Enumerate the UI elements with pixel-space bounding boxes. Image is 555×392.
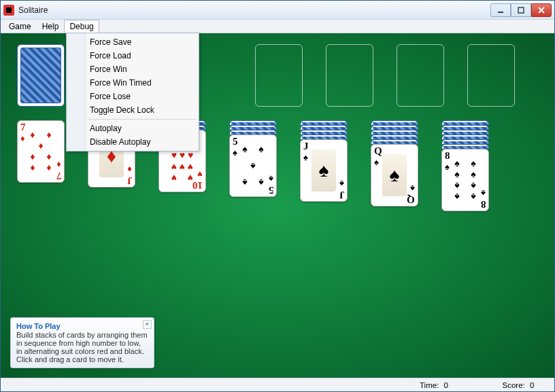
tableau-pile-7[interactable]: 8♠8♠: [441, 120, 489, 211]
tableau-pile-1[interactable]: 7♦7♦: [17, 120, 65, 183]
window-buttons: [490, 3, 552, 17]
hidden-card: [371, 139, 418, 144]
menu-help[interactable]: Help: [37, 20, 65, 33]
mi-toggle-deck-lock[interactable]: Toggle Deck Lock: [67, 103, 199, 117]
stock-pile[interactable]: [17, 44, 65, 107]
foundation-4[interactable]: [467, 44, 515, 107]
hidden-card: [229, 130, 277, 135]
card-rank: Q: [407, 194, 415, 204]
hidden-card: [441, 139, 489, 144]
time-value: 0: [444, 381, 462, 389]
spades-icon: ♠: [410, 183, 415, 194]
card-rank: 5: [269, 185, 274, 195]
score-label: Score:: [503, 381, 525, 389]
spades-icon: ♠: [481, 188, 486, 198]
mi-force-load[interactable]: Force Load: [67, 49, 199, 63]
svg-rect-1: [518, 7, 524, 13]
menubar: Game Help Debug: [1, 20, 554, 33]
maximize-button[interactable]: [511, 3, 531, 17]
hidden-card: [371, 120, 418, 125]
hidden-card: [229, 125, 277, 130]
mi-force-win[interactable]: Force Win: [67, 63, 199, 76]
card-rank: J: [127, 175, 133, 185]
debug-dropdown: Force Save Force Load Force Win Force Wi…: [66, 33, 199, 152]
card-rank: 5: [233, 137, 238, 147]
diamonds-icon: ♦: [127, 164, 132, 175]
spades-icon: ♠: [374, 157, 379, 168]
card-rank: 7: [20, 122, 26, 132]
mi-force-lose[interactable]: Force Lose: [67, 90, 199, 103]
card-rank: J: [339, 190, 345, 200]
card-rank: 7: [56, 171, 62, 181]
card-8-spades[interactable]: 8♠8♠: [441, 149, 489, 211]
how-to-play-body: Build stacks of cards by arranging them …: [16, 331, 148, 363]
spades-icon: ♠: [339, 178, 344, 189]
time-label: Time:: [420, 381, 439, 389]
mi-autoplay[interactable]: Autoplay: [67, 122, 199, 135]
hidden-card: [371, 125, 418, 130]
score-value: 0: [530, 381, 548, 389]
foundation-1[interactable]: [255, 44, 303, 107]
hidden-card: [441, 120, 489, 125]
how-to-play-title: How To Play: [16, 322, 148, 330]
hidden-card: [229, 120, 277, 125]
menu-game[interactable]: Game: [3, 20, 37, 33]
mi-disable-autoplay[interactable]: Disable Autoplay: [67, 135, 199, 149]
card-rank: 8: [481, 199, 486, 209]
mi-force-win-timed[interactable]: Force Win Timed: [67, 76, 199, 90]
minimize-button[interactable]: [490, 3, 511, 17]
card-7-diamonds[interactable]: 7♦7♦: [17, 120, 65, 183]
hidden-card: [371, 130, 418, 135]
card-rank: Q: [374, 146, 382, 156]
card-rank: 8: [445, 151, 450, 161]
tableau-pile-5[interactable]: J♠J♠♠: [300, 120, 348, 202]
svg-rect-0: [498, 12, 503, 13]
spades-icon: ♠: [233, 147, 237, 158]
hearts-icon: ♥: [197, 168, 203, 179]
foundation-3[interactable]: [397, 44, 444, 107]
menu-debug[interactable]: Debug: [64, 20, 99, 33]
how-to-play-panel: × How To Play Build stacks of cards by a…: [10, 317, 154, 368]
card-Q-spades[interactable]: Q♠Q♠♠: [371, 144, 418, 207]
tableau-pile-6[interactable]: Q♠Q♠♠: [371, 120, 418, 207]
card-J-spades[interactable]: J♠J♠♠: [300, 139, 348, 202]
mi-force-save[interactable]: Force Save: [67, 35, 199, 49]
face-card-art: ♠: [312, 149, 336, 192]
diamonds-icon: ♦: [56, 159, 61, 170]
hidden-card: [300, 120, 348, 125]
hidden-card: [441, 135, 489, 139]
foundation-2[interactable]: [326, 44, 373, 107]
hidden-card: [300, 135, 348, 139]
hidden-card: [441, 144, 489, 149]
close-icon[interactable]: ×: [143, 320, 152, 329]
face-card-art: ♠: [382, 154, 407, 196]
card-5-spades[interactable]: 5♠5♠: [229, 135, 277, 197]
status-score: Score: 0: [503, 381, 548, 389]
card-back: [17, 44, 65, 107]
window-title: Solitaire: [18, 5, 490, 15]
spades-icon: ♠: [303, 152, 308, 163]
status-time: Time: 0: [420, 381, 462, 389]
diamonds-icon: ♦: [20, 133, 25, 144]
app-icon: [3, 5, 14, 16]
hidden-card: [300, 130, 348, 135]
titlebar: Solitaire: [1, 1, 554, 20]
hidden-card: [371, 135, 418, 139]
hidden-card: [441, 125, 489, 130]
spades-icon: ♠: [445, 162, 450, 173]
tableau-pile-4[interactable]: 5♠5♠: [229, 120, 277, 197]
dropdown-separator: [87, 119, 197, 120]
card-rank: J: [303, 141, 309, 152]
hidden-card: [300, 125, 348, 130]
close-button[interactable]: [531, 3, 552, 17]
hidden-card: [441, 130, 489, 135]
spades-icon: ♠: [269, 173, 273, 184]
status-bar: Time: 0 Score: 0: [1, 378, 554, 391]
